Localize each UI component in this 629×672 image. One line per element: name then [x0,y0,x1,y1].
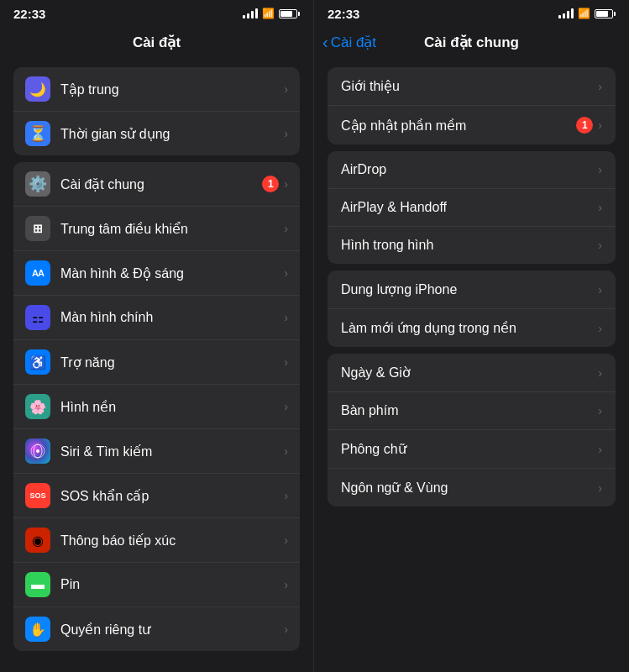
chevron-icon: › [284,177,288,191]
left-status-bar: 22:33 📶 [0,0,313,24]
right-item-phongchu[interactable]: Phông chữ › [328,430,616,469]
manhinh-icon: AA [25,260,50,286]
right-nav-title: Cài đặt chung [424,34,519,51]
right-item-lammoi[interactable]: Làm mới ứng dụng trong nền › [328,309,616,347]
chevron-icon: › [598,366,602,380]
signal-icon [243,8,258,18]
lammoi-right: › [598,322,602,335]
thoigian-icon: ⏳ [25,121,50,146]
right-item-banphim[interactable]: Bàn phím › [328,392,616,430]
right-item-airplay[interactable]: AirPlay & Handoff › [328,189,616,227]
tronang-label: Trợ năng [60,354,284,370]
chevron-icon: › [284,82,288,96]
chevron-icon: › [598,163,602,176]
settings-item-siri[interactable]: Siri & Tìm kiếm › [13,429,300,474]
thongbao-right: › [284,533,288,547]
right-item-airdrop[interactable]: AirDrop › [328,151,616,189]
settings-item-caidatchung[interactable]: ⚙️ Cài đặt chung 1 › [13,162,300,207]
hinhnen-right: › [284,400,288,413]
right-item-gioithieu[interactable]: Giới thiệu › [328,67,616,106]
taptrung-icon: 🌙 [25,76,50,102]
settings-item-thoigian[interactable]: ⏳ Thời gian sử dụng › [13,112,300,155]
chevron-icon: › [284,355,288,369]
right-item-hinhtrong[interactable]: Hình trong hình › [328,227,616,264]
manhinhchinh-right: › [284,311,288,324]
chevron-icon: › [284,622,288,636]
phongchu-label: Phông chữ [341,441,598,457]
settings-item-taptrung[interactable]: 🌙 Tập trung › [13,67,300,112]
tronang-icon: ♿ [25,349,50,375]
right-status-bar: 22:33 📶 [314,0,629,24]
right-item-dungluong[interactable]: Dung lượng iPhone › [328,270,616,309]
settings-item-pin[interactable]: ▬ Pin › [13,563,300,607]
chevron-icon: › [598,404,602,417]
chevron-icon: › [598,481,602,495]
trungtam-icon: ⊞ [25,216,50,241]
right-status-icons: 📶 [558,8,616,19]
right-panel: 22:33 📶 ‹ Cài đặt Cài đặt chung [314,0,629,672]
taptrung-label: Tập trung [60,81,284,97]
hinhtrong-right: › [598,239,602,252]
chevron-icon: › [284,127,288,140]
chevron-icon: › [598,239,602,252]
right-item-ngonngu[interactable]: Ngôn ngữ & Vùng › [328,469,616,507]
sos-icon: SOS [25,483,50,508]
ngaygio-label: Ngày & Giờ [341,365,598,381]
manhinh-right: › [284,266,288,280]
ngaygio-right: › [598,366,602,380]
pin-icon: ▬ [25,572,50,597]
chevron-icon: › [284,400,288,413]
chevron-icon: › [598,283,602,297]
settings-item-manhinh[interactable]: AA Màn hình & Độ sáng › [13,251,300,296]
chevron-icon: › [598,80,602,93]
trungtam-right: › [284,222,288,235]
right-group-1: Giới thiệu › Cập nhật phần mềm 1 › [328,67,616,144]
manhinhchinh-icon: ⚏ [25,305,50,330]
settings-item-hinhnen[interactable]: 🌸 Hình nền › [13,385,300,429]
right-battery-icon [595,9,616,18]
banphim-label: Bàn phím [341,403,598,418]
siri-icon [25,438,50,464]
chevron-icon: › [598,118,602,132]
left-nav-header: Cài đặt [0,24,313,60]
right-item-capnhat[interactable]: Cập nhật phần mềm 1 › [328,106,616,144]
right-group-4: Ngày & Giờ › Bàn phím › Phông chữ › Ngôn… [328,354,616,507]
left-status-icons: 📶 [243,8,300,19]
sos-label: SOS khẩn cấp [60,488,284,504]
right-time: 22:33 [328,7,359,21]
pin-label: Pin [60,577,284,592]
right-nav-header: ‹ Cài đặt Cài đặt chung [314,24,629,60]
lammoi-label: Làm mới ứng dụng trong nền [341,320,598,336]
right-item-ngaygió[interactable]: Ngày & Giờ › [328,354,616,392]
quyen-icon: ✋ [25,617,50,642]
thoigian-right: › [284,127,288,140]
settings-item-tronang[interactable]: ♿ Trợ năng › [13,340,300,385]
thongbao-label: Thông báo tiếp xúc [60,533,284,549]
settings-item-manhinhchinh[interactable]: ⚏ Màn hình chính › [13,296,300,340]
taptrung-right: › [284,82,288,96]
chevron-icon: › [598,322,602,335]
settings-item-trungtam[interactable]: ⊞ Trung tâm điều khiển › [13,207,300,251]
back-button[interactable]: ‹ Cài đặt [322,34,376,51]
chevron-icon: › [284,578,288,591]
wifi-icon: 📶 [262,8,275,19]
capnhat-label: Cập nhật phần mềm [341,118,576,134]
manhinhchinh-label: Màn hình chính [60,310,284,325]
settings-item-quyen[interactable]: ✋ Quyền riêng tư › [13,607,300,651]
manhinh-label: Màn hình & Độ sáng [60,265,284,281]
battery-icon [279,9,300,18]
right-settings-list[interactable]: Giới thiệu › Cập nhật phần mềm 1 › AirDr… [314,60,629,672]
back-arrow-icon: ‹ [322,34,328,50]
chevron-icon: › [284,444,288,458]
settings-item-sos[interactable]: SOS SOS khẩn cấp › [13,474,300,518]
dungluong-label: Dung lượng iPhone [341,281,598,297]
airplay-right: › [598,201,602,214]
left-settings-list[interactable]: 🌙 Tập trung › ⏳ Thời gian sử dụng › ⚙️ C… [0,60,313,672]
airdrop-right: › [598,163,602,176]
dungluong-right: › [598,283,602,297]
phongchu-right: › [598,443,602,456]
right-group-3: Dung lượng iPhone › Làm mới ứng dụng tro… [328,270,616,347]
svg-point-2 [36,449,39,453]
settings-group-1: 🌙 Tập trung › ⏳ Thời gian sử dụng › [13,67,300,155]
settings-item-thongbao[interactable]: ◉ Thông báo tiếp xúc › [13,518,300,563]
